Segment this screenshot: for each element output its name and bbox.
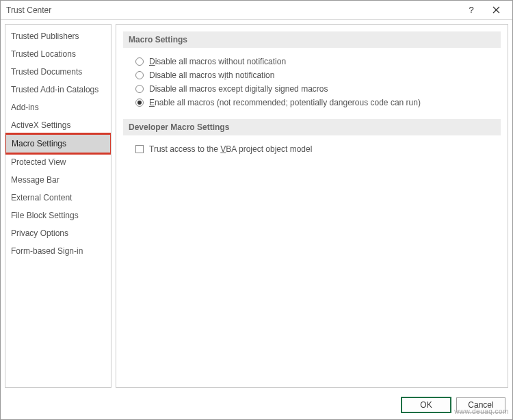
help-button[interactable]: ? bbox=[459, 1, 484, 19]
radio-icon bbox=[135, 85, 144, 93]
checkbox-icon bbox=[135, 145, 144, 153]
sidebar: Trusted Publishers Trusted Locations Tru… bbox=[5, 24, 111, 388]
trust-center-dialog: Trust Center ? Trusted Publishers Truste… bbox=[0, 0, 513, 420]
sidebar-item-trusted-documents[interactable]: Trusted Documents bbox=[5, 63, 111, 81]
dialog-body: Trusted Publishers Trusted Locations Tru… bbox=[1, 20, 512, 392]
sidebar-item-trusted-publishers[interactable]: Trusted Publishers bbox=[5, 27, 111, 45]
radio-icon bbox=[135, 71, 144, 79]
sidebar-item-message-bar[interactable]: Message Bar bbox=[5, 171, 111, 189]
radio-enable-all-macros[interactable]: Enable all macros (not recommended; pote… bbox=[135, 96, 501, 109]
sidebar-item-addins[interactable]: Add-ins bbox=[5, 99, 111, 116]
titlebar: Trust Center ? bbox=[1, 1, 512, 20]
sidebar-item-trusted-locations[interactable]: Trusted Locations bbox=[5, 45, 111, 63]
radio-disable-with-notification[interactable]: Disable all macros with notification bbox=[135, 68, 501, 82]
radio-label: Disable all macros except digitally sign… bbox=[149, 84, 328, 94]
checkbox-trust-vba-access[interactable]: Trust access to the VBA project object m… bbox=[135, 142, 501, 156]
dialog-footer: OK Cancel bbox=[1, 392, 512, 419]
checkbox-label: Trust access to the VBA project object m… bbox=[149, 144, 312, 154]
watermark: www.deuaq.com bbox=[454, 408, 509, 415]
sidebar-item-form-based-signin[interactable]: Form-based Sign-in bbox=[5, 242, 111, 260]
sidebar-item-file-block-settings[interactable]: File Block Settings bbox=[5, 207, 111, 224]
window-title: Trust Center bbox=[6, 5, 459, 15]
sidebar-item-macro-settings[interactable]: Macro Settings bbox=[5, 133, 111, 155]
sidebar-item-protected-view[interactable]: Protected View bbox=[5, 153, 111, 171]
macro-settings-header: Macro Settings bbox=[123, 31, 501, 48]
sidebar-item-privacy-options[interactable]: Privacy Options bbox=[5, 224, 111, 242]
radio-icon bbox=[135, 57, 144, 66]
radio-disable-without-notification[interactable]: Disable all macros without notification bbox=[135, 55, 501, 68]
radio-label: Enable all macros (not recommended; pote… bbox=[149, 98, 421, 107]
close-button[interactable] bbox=[484, 1, 508, 19]
sidebar-item-trusted-addin-catalogs[interactable]: Trusted Add-in Catalogs bbox=[5, 81, 111, 99]
radio-disable-except-signed[interactable]: Disable all macros except digitally sign… bbox=[135, 82, 501, 96]
macro-settings-group: Disable all macros without notification … bbox=[135, 55, 501, 109]
radio-label: Disable all macros without notification bbox=[149, 57, 286, 66]
ok-button[interactable]: OK bbox=[402, 397, 451, 412]
close-icon bbox=[492, 6, 500, 14]
sidebar-item-external-content[interactable]: External Content bbox=[5, 189, 111, 207]
radio-label: Disable all macros with notification bbox=[149, 70, 274, 80]
radio-icon bbox=[135, 99, 144, 107]
content-pane: Macro Settings Disable all macros withou… bbox=[116, 24, 508, 388]
sidebar-item-activex-settings[interactable]: ActiveX Settings bbox=[5, 116, 111, 134]
developer-macro-settings-header: Developer Macro Settings bbox=[123, 119, 501, 135]
